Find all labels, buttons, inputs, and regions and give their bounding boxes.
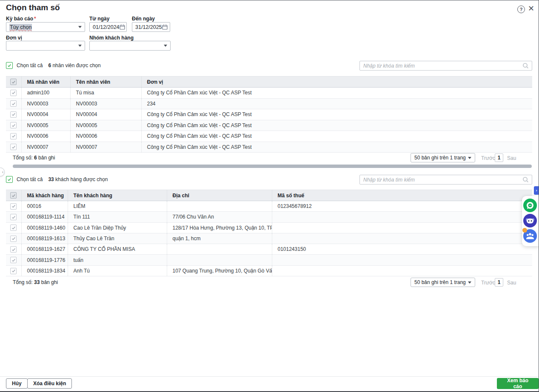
row-checkbox[interactable] [10, 246, 17, 253]
customers-prev-button[interactable]: Trước [481, 280, 495, 286]
to-date-input[interactable]: 31/12/2025 [132, 22, 170, 32]
table-row[interactable]: 000168119-1613 Thủy Cao Lê Trần quận 1, … [6, 233, 532, 244]
table-row[interactable]: NV00007 NV00007 Công ty Cổ Phần Cảm xúc … [6, 142, 532, 153]
to-date-value: 31/12/2025 [135, 24, 162, 30]
chatbot-icon[interactable] [523, 214, 537, 227]
customers-search-input[interactable] [360, 177, 522, 183]
row-checkbox[interactable] [10, 203, 17, 210]
from-date-input[interactable]: 01/12/2024 [89, 22, 127, 32]
employee-code-cell: admin100 [21, 88, 70, 99]
customer-tax-cell [272, 255, 532, 265]
employees-total: Tổng số: 6 bản ghi [13, 155, 55, 161]
row-checkbox[interactable] [10, 133, 17, 139]
table-row[interactable]: admin100 Tú misa Công ty Cổ Phần Cảm xúc… [6, 88, 532, 99]
calendar-icon[interactable] [162, 24, 168, 30]
customers-search [359, 175, 532, 185]
customer-code-cell: 000168119-1627 [21, 244, 68, 255]
row-checkbox[interactable] [10, 100, 17, 107]
employees-selected-suffix: nhân viên được chọn [51, 62, 101, 68]
row-checkbox[interactable] [10, 257, 17, 263]
row-checkbox[interactable] [10, 122, 17, 128]
view-report-button[interactable]: Xem báo cáo [497, 378, 539, 389]
employees-page-number[interactable]: 1 [495, 153, 503, 162]
row-checkbox-cell [6, 201, 21, 212]
employee-name-cell: NV00005 [70, 120, 141, 131]
row-checkbox[interactable] [10, 214, 17, 220]
table-row[interactable]: NV00004 NV00004 Công ty Cổ Phần Cảm xúc … [6, 109, 532, 120]
header-checkbox[interactable] [10, 192, 17, 199]
table-row[interactable]: 00016 LIÊM 012345678912 [6, 201, 532, 212]
cancel-button[interactable]: Hủy [6, 378, 28, 389]
clear-conditions-button[interactable]: Xóa điều kiện [27, 378, 72, 389]
horizontal-scrollbar[interactable] [13, 165, 532, 168]
total-label: Tổng số: [13, 279, 34, 285]
customer-group-label: Nhóm khách hàng [89, 35, 134, 41]
customers-col-tax[interactable]: Mã số thuế [272, 190, 532, 201]
row-checkbox[interactable] [10, 268, 17, 274]
employees-col-code[interactable]: Mã nhân viên [21, 77, 70, 88]
table-row[interactable]: 000168119-1114 Tín 111 77/06 Chu Văn An [6, 212, 532, 222]
table-row[interactable]: NV00006 NV00006 Công ty Cổ Phần Cảm xúc … [6, 131, 532, 142]
employees-search-input[interactable] [360, 63, 522, 69]
row-checkbox[interactable] [10, 224, 17, 231]
employee-name-cell: NV00006 [70, 131, 141, 142]
customer-tax-cell: 0101243150 [272, 244, 532, 255]
employee-name-cell: Tú misa [70, 88, 141, 99]
customer-tax-cell [272, 212, 532, 222]
report-period-select[interactable]: Tùy chọn [6, 22, 85, 32]
header-checkbox[interactable] [10, 79, 17, 85]
row-checkbox-cell [6, 120, 21, 131]
select-all-employees-checkbox[interactable] [6, 62, 13, 69]
table-row[interactable]: NV00005 NV00005 Công ty Cổ Phần Cảm xúc … [6, 120, 532, 131]
customers-col-name[interactable]: Tên khách hàng [68, 190, 167, 201]
customers-next-button[interactable]: Sau [507, 280, 516, 286]
side-panel-expand-tab[interactable]: › [534, 186, 539, 195]
customers-page-size-select[interactable]: 50 bản ghi trên 1 trang [411, 278, 475, 287]
customers-page-number[interactable]: 1 [495, 278, 503, 287]
customer-name-cell: CÔNG TY CỔ PHẦN MISA [68, 244, 167, 255]
misa-support-icon[interactable] [523, 199, 537, 212]
total-count: 6 [34, 155, 37, 161]
close-icon[interactable]: ✕ [528, 4, 534, 13]
employee-code-cell: NV00006 [21, 131, 70, 142]
employee-code-cell: NV00007 [21, 142, 70, 153]
customer-code-cell: 000168119-1460 [21, 222, 68, 233]
customers-col-address[interactable]: Địa chỉ [167, 190, 272, 201]
customer-code-cell: 000168119-1834 [21, 265, 68, 276]
employees-page-size-select[interactable]: 50 bản ghi trên 1 trang [411, 153, 475, 162]
employees-col-unit[interactable]: Đơn vị [141, 77, 532, 88]
customer-group-select[interactable] [89, 41, 171, 51]
customers-table: Mã khách hàng Tên khách hàng Địa chỉ Mã … [6, 190, 532, 276]
customers-col-code[interactable]: Mã khách hàng [21, 190, 68, 201]
employees-prev-button[interactable]: Trước [481, 155, 495, 161]
employees-search [359, 61, 532, 71]
employees-next-button[interactable]: Sau [507, 155, 516, 161]
unit-select[interactable] [6, 41, 85, 51]
employees-header-checkbox-cell [6, 77, 21, 88]
row-checkbox[interactable] [10, 111, 17, 118]
select-all-customers-checkbox[interactable] [6, 176, 13, 183]
panel-collapse-handle[interactable]: ‹ [0, 168, 5, 176]
row-checkbox[interactable] [10, 90, 17, 96]
search-icon[interactable] [522, 62, 529, 69]
customer-address-cell [167, 244, 272, 255]
help-glyph: ? [520, 7, 523, 12]
table-row[interactable]: 000168119-1460 Cao Lê Trần Diệp Thủy 128… [6, 222, 532, 233]
chevron-down-icon [468, 157, 471, 159]
employee-code-cell: NV00004 [21, 109, 70, 120]
row-checkbox[interactable] [10, 236, 17, 242]
employees-col-name[interactable]: Tên nhân viên [70, 77, 141, 88]
table-row[interactable]: NV00003 NV00003 234 [6, 98, 532, 109]
employee-unit-cell: Công ty Cổ Phần Cảm xúc Việt - QC ASP Te… [141, 131, 532, 142]
search-icon[interactable] [522, 176, 529, 183]
table-row[interactable]: 000168119-1834 Anh Tú 107 Quang Trung, P… [6, 265, 532, 276]
table-row[interactable]: 000168119-1776 tuấn [6, 255, 532, 265]
calendar-icon[interactable] [120, 24, 125, 30]
table-row[interactable]: 000168119-1627 CÔNG TY CỔ PHẦN MISA 0101… [6, 244, 532, 255]
customer-code-cell: 000168119-1613 [21, 233, 68, 244]
customer-tax-cell [272, 265, 532, 276]
row-checkbox[interactable] [10, 144, 17, 150]
close-glyph: ✕ [528, 4, 534, 13]
employees-selected-count: 6 nhân viên được chọn [48, 62, 100, 68]
help-icon[interactable]: ? [517, 6, 525, 13]
